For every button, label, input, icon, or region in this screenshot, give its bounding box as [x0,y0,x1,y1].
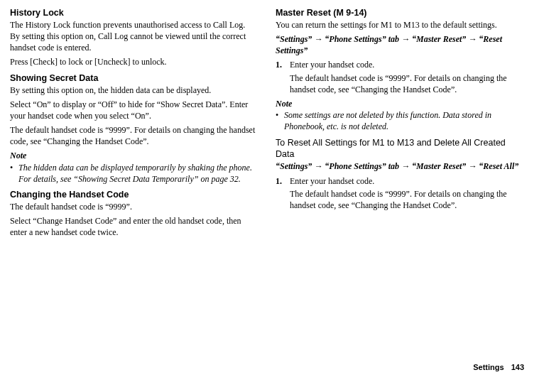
left-column: History Lock The History Lock function p… [10,7,257,362]
text-history-lock-desc: The History Lock function prevents unaut… [10,19,257,54]
heading-master-reset-row: Master Reset (M 9-14) [276,7,523,19]
heading-changing-code: Changing the Handset Code [10,189,257,201]
step-2-sub: The default handset code is “9999”. For … [290,188,523,211]
nav-path-reset-settings: “Settings” → “Phone Settings” tab → “Mas… [276,33,523,56]
page-body: History Lock The History Lock function p… [0,0,544,362]
text-code-action: Select “Change Handset Code” and enter t… [10,215,257,238]
text-secret-default: The default handset code is “9999”. For … [10,124,257,147]
text-history-lock-action: Press [Check] to lock or [Uncheck] to un… [10,56,257,67]
bullet-dot: • [276,109,284,132]
note-bullet: • The hidden data can be displayed tempo… [10,162,257,185]
menu-code: (M 9-14) [331,8,367,18]
step-1-num: 1. [276,59,290,70]
note-text-right: Some settings are not deleted by this fu… [284,109,523,132]
subheading-reset-all: To Reset All Settings for M1 to M13 and … [276,137,523,161]
step-2: 1. Enter your handset code. [276,175,523,187]
right-column: Master Reset (M 9-14) You can return the… [276,7,523,362]
step-1-sub: The default handset code is “9999”. For … [290,72,523,95]
text-code-default: The default handset code is “9999”. [10,201,257,212]
step-2-num: 1. [276,175,290,187]
heading-history-lock: History Lock [10,7,257,19]
text-master-reset-desc: You can return the settings for M1 to M1… [276,19,523,31]
note-label: Note [10,150,257,161]
nav-path-reset-all: “Settings” → “Phone Settings” tab → “Mas… [276,160,523,172]
page-footer: Settings143 [0,362,544,373]
step-1: 1. Enter your handset code. [276,59,523,70]
note-bullet-right: • Some settings are not deleted by this … [276,109,523,132]
note-text: The hidden data can be displayed tempora… [18,162,257,185]
step-2-text: Enter your handset code. [290,175,523,187]
text-secret-action: Select “On” to display or “Off” to hide … [10,99,257,121]
note-label-right: Note [276,98,523,109]
footer-page-number: 143 [511,363,524,371]
heading-showing-secret: Showing Secret Data [10,72,257,85]
heading-master-reset: Master Reset [276,8,331,18]
text-secret-desc: By setting this option on, the hidden da… [10,85,257,96]
footer-section: Settings [473,363,504,371]
bullet-dot: • [10,162,18,185]
step-1-text: Enter your handset code. [290,59,523,70]
